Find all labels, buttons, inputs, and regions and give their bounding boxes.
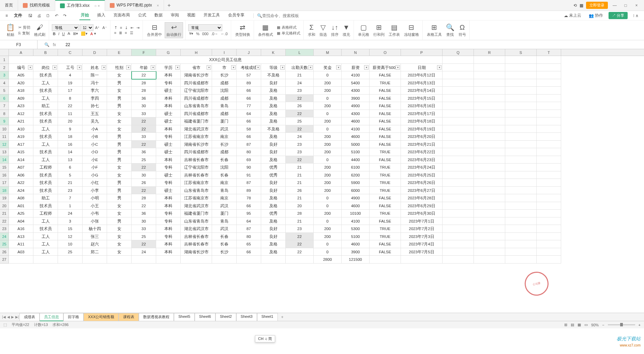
data-cell[interactable]: 0 bbox=[314, 194, 342, 202]
filter-arrow[interactable]: ▾ bbox=[280, 65, 285, 70]
data-cell[interactable] bbox=[443, 141, 474, 148]
align-bottom-icon[interactable]: ⤓ bbox=[124, 25, 129, 30]
header-cell[interactable]: 学历▾ bbox=[156, 64, 181, 72]
filter-arrow[interactable]: ▾ bbox=[151, 65, 155, 70]
window-close[interactable]: × bbox=[632, 3, 641, 8]
data-cell[interactable] bbox=[537, 95, 561, 102]
data-cell[interactable]: 不及格 bbox=[261, 125, 286, 133]
col-header-P[interactable]: P bbox=[401, 49, 443, 56]
align-middle-icon[interactable]: ≡ bbox=[119, 25, 123, 30]
row-header[interactable]: 17 bbox=[0, 179, 9, 187]
data-cell[interactable] bbox=[505, 133, 537, 141]
data-cell[interactable]: 工人 bbox=[33, 125, 58, 133]
data-cell[interactable]: 23 bbox=[58, 187, 83, 195]
data-cell[interactable]: TRUE bbox=[370, 187, 401, 195]
data-cell[interactable]: TRUE bbox=[370, 79, 401, 87]
cancel-icon[interactable]: 🔍 bbox=[44, 42, 49, 47]
data-cell[interactable]: 200 bbox=[314, 79, 342, 87]
data-cell[interactable]: 2023年7月1日 bbox=[401, 217, 443, 225]
data-cell[interactable]: TRUE bbox=[370, 233, 401, 241]
data-cell[interactable]: A23 bbox=[9, 102, 33, 110]
view-normal-icon[interactable]: ⊞ bbox=[564, 323, 567, 327]
data-cell[interactable]: 专科 bbox=[156, 133, 181, 141]
data-cell[interactable]: 6000 bbox=[342, 187, 370, 195]
data-cell[interactable]: 4900 bbox=[342, 194, 370, 202]
col-header-B[interactable]: B bbox=[33, 49, 58, 56]
row-header[interactable]: 6 bbox=[0, 95, 9, 102]
data-cell[interactable]: 20 bbox=[286, 202, 314, 210]
sheet-nav-prev[interactable]: ◀ bbox=[7, 315, 10, 319]
data-cell[interactable]: 不及格 bbox=[261, 71, 286, 79]
data-cell[interactable] bbox=[443, 95, 474, 102]
data-cell[interactable]: 工人 bbox=[33, 248, 58, 256]
data-cell[interactable]: 0 bbox=[314, 71, 342, 79]
data-cell[interactable]: 28 bbox=[286, 210, 314, 217]
data-cell[interactable] bbox=[443, 87, 474, 95]
table-tools-button[interactable]: ⊞表格工具 bbox=[425, 23, 443, 38]
rowcol-button[interactable]: ⊞行和列 bbox=[372, 23, 386, 38]
data-cell[interactable] bbox=[505, 179, 537, 187]
data-cell[interactable] bbox=[474, 202, 505, 210]
data-cell[interactable]: 66 bbox=[237, 117, 261, 125]
data-cell[interactable] bbox=[537, 171, 561, 179]
data-cell[interactable]: 女 bbox=[107, 110, 132, 118]
col-header-L[interactable]: L bbox=[286, 49, 314, 56]
data-cell[interactable]: 小A bbox=[83, 125, 107, 133]
cond-format-button[interactable]: ▦条件格式 bbox=[257, 23, 274, 38]
data-cell[interactable]: 25 bbox=[286, 117, 314, 125]
data-cell[interactable]: 0 bbox=[314, 202, 342, 210]
data-cell[interactable]: 200 bbox=[314, 171, 342, 179]
data-cell[interactable]: 4600 bbox=[342, 240, 370, 248]
header-cell[interactable]: 工号▾ bbox=[58, 64, 83, 72]
data-cell[interactable]: 四川省成都市 bbox=[181, 95, 212, 102]
row-header[interactable]: 11 bbox=[0, 133, 9, 141]
indent-right-icon[interactable]: ⇥ bbox=[135, 25, 140, 30]
data-cell[interactable] bbox=[505, 156, 537, 164]
data-cell[interactable]: 11 bbox=[58, 110, 83, 118]
total-cell[interactable] bbox=[9, 256, 33, 264]
ribbon-tab-data[interactable]: 数据 bbox=[153, 11, 164, 20]
zoom-out-button[interactable]: − bbox=[602, 323, 604, 327]
data-cell[interactable]: 19 bbox=[58, 79, 83, 87]
data-cell[interactable]: 5000 bbox=[342, 141, 370, 148]
font-color-button[interactable]: A▾ bbox=[89, 31, 97, 36]
data-cell[interactable]: 及格 bbox=[261, 102, 286, 110]
data-cell[interactable]: 77 bbox=[237, 102, 261, 110]
sheet-tab[interactable]: 田字格 bbox=[63, 313, 84, 321]
data-cell[interactable]: 良好 bbox=[261, 179, 286, 187]
data-cell[interactable]: 及格 bbox=[261, 240, 286, 248]
data-cell[interactable] bbox=[505, 194, 537, 202]
row-header[interactable]: 19 bbox=[0, 194, 9, 202]
data-cell[interactable]: 78 bbox=[237, 194, 261, 202]
data-cell[interactable]: 1 bbox=[58, 202, 83, 210]
data-cell[interactable]: 小G bbox=[83, 171, 107, 179]
data-cell[interactable]: 20 bbox=[58, 117, 83, 125]
data-cell[interactable]: 南京 bbox=[212, 194, 237, 202]
data-cell[interactable] bbox=[505, 141, 537, 148]
data-cell[interactable] bbox=[474, 110, 505, 118]
sheet-tab[interactable]: Sheet3 bbox=[236, 313, 257, 321]
data-cell[interactable]: 女 bbox=[107, 171, 132, 179]
decrease-font-icon[interactable]: A⁻ bbox=[101, 24, 108, 31]
data-cell[interactable]: 小B bbox=[83, 133, 107, 141]
data-cell[interactable] bbox=[443, 110, 474, 118]
data-cell[interactable]: 80 bbox=[237, 148, 261, 156]
data-cell[interactable]: 4600 bbox=[342, 202, 370, 210]
header-cell[interactable]: 等级▾ bbox=[261, 64, 286, 72]
data-cell[interactable] bbox=[505, 148, 537, 156]
data-cell[interactable]: 25 bbox=[132, 156, 156, 164]
data-cell[interactable]: 成都 bbox=[212, 148, 237, 156]
freeze-button[interactable]: ⊟冻结窗格 bbox=[403, 23, 420, 38]
ribbon-tab-formula[interactable]: 公式 bbox=[137, 11, 148, 20]
data-cell[interactable]: A22 bbox=[9, 179, 33, 187]
filter-arrow[interactable]: ▾ bbox=[437, 65, 441, 70]
data-cell[interactable]: 助工 bbox=[33, 194, 58, 202]
data-cell[interactable]: 女 bbox=[107, 71, 132, 79]
data-cell[interactable]: FALSE bbox=[370, 202, 401, 210]
row-header[interactable]: 21 bbox=[0, 210, 9, 217]
data-cell[interactable]: A11 bbox=[9, 240, 33, 248]
col-header-G[interactable]: G bbox=[156, 49, 181, 56]
data-cell[interactable]: 21 bbox=[58, 179, 83, 187]
data-cell[interactable]: 4100 bbox=[342, 125, 370, 133]
data-cell[interactable]: 工程师 bbox=[33, 164, 58, 171]
